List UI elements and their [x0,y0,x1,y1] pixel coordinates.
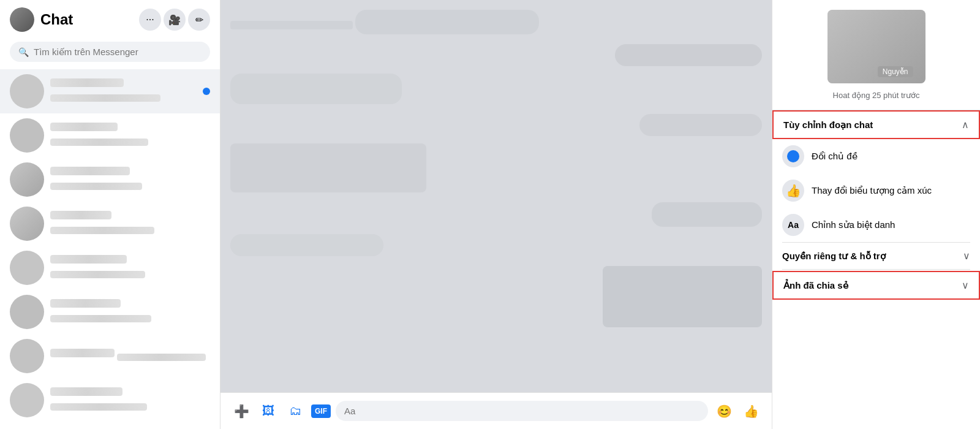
like-button[interactable]: 👍 [740,400,762,422]
customize-chat-label: Tùy chỉnh đoạn chat [783,120,873,131]
sticker-button[interactable]: 🗂 [284,400,306,422]
activity-status: Hoat động 25 phút trước [833,91,920,100]
search-icon: 🔍 [18,47,29,57]
message-input[interactable] [336,401,708,421]
list-item[interactable] [0,202,220,246]
more-icon: ··· [146,14,154,25]
emoji-button[interactable]: 😊 [713,400,735,422]
divider-2 [782,269,970,270]
emoji-menu-icon: 👍 [782,180,804,202]
photo-button[interactable]: 🖼 [257,400,279,422]
user-avatar[interactable] [10,7,34,32]
sidebar-title: Chat [40,11,133,28]
list-item[interactable] [0,334,220,378]
list-item[interactable] [0,113,220,158]
list-item[interactable] [0,158,220,202]
chat-messages[interactable] [221,0,772,392]
edit-nickname-label: Chỉnh sửa biệt danh [812,219,895,230]
list-item[interactable] [0,246,220,290]
sidebar: Chat ··· 🎥 ✏ 🔍 [0,0,221,429]
more-options-button[interactable]: ··· [139,9,161,31]
change-theme-item[interactable]: Đổi chủ đề [772,139,980,173]
search-input[interactable] [34,47,202,57]
change-emoji-item[interactable]: 👍 Thay đổi biểu tượng cảm xúc [772,173,980,208]
chevron-down-icon-photos: ∨ [962,279,969,291]
customize-chat-section[interactable]: Tùy chỉnh đoạn chat ∧ [772,110,980,139]
unread-indicator [203,88,210,95]
video-call-button[interactable]: 🎥 [164,9,186,31]
list-item[interactable] [0,290,220,334]
photos-shared-label: Ảnh đã chia sẻ [783,280,848,291]
list-item[interactable] [0,69,220,113]
contact-avatar: Nguyễn [827,10,925,83]
gif-button[interactable]: GIF [311,404,331,418]
change-theme-label: Đổi chủ đề [812,151,858,162]
add-action-button[interactable]: ➕ [230,400,252,422]
right-panel: Nguyễn Hoat động 25 phút trước Tùy chỉnh… [772,0,980,429]
header-icons: ··· 🎥 ✏ [139,9,210,31]
compose-icon: ✏ [195,14,203,26]
privacy-section[interactable]: Quyền riêng tư & hỗ trợ ∨ [772,243,980,269]
plus-icon: ➕ [234,404,249,419]
photo-icon: 🖼 [262,404,274,418]
chevron-down-icon: ∨ [963,250,970,262]
chat-input-bar: ➕ 🖼 🗂 GIF 😊 👍 [221,392,772,429]
photos-shared-section[interactable]: Ảnh đã chia sẻ ∨ [772,271,980,300]
change-emoji-label: Thay đổi biểu tượng cảm xúc [812,185,932,196]
sticker-icon: 🗂 [289,404,301,418]
emoji-icon: 😊 [717,404,732,419]
conversation-list [0,69,220,429]
search-input-container: 🔍 [10,42,210,62]
video-icon: 🎥 [168,14,181,26]
nickname-icon: Aa [782,214,804,236]
search-bar-wrapper: 🔍 [0,39,220,69]
compose-button[interactable]: ✏ [188,9,210,31]
profile-section: Nguyễn Hoat động 25 phút trước [772,0,980,110]
edit-nickname-item[interactable]: Aa Chỉnh sửa biệt danh [772,208,980,242]
theme-icon [782,145,804,167]
list-item[interactable] [0,378,220,422]
sidebar-header: Chat ··· 🎥 ✏ [0,0,220,39]
chat-main: ➕ 🖼 🗂 GIF 😊 👍 [221,0,772,429]
chevron-up-icon: ∧ [962,119,969,131]
like-icon: 👍 [744,404,759,419]
gif-label: GIF [315,407,327,416]
privacy-label: Quyền riêng tư & hỗ trợ [782,251,886,262]
